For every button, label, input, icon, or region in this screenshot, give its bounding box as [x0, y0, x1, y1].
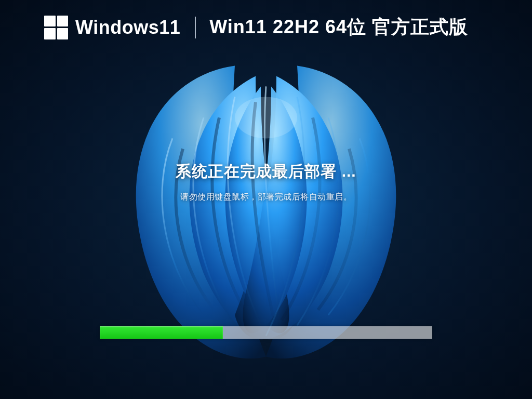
os-name-label: Windows11	[75, 17, 180, 38]
progress-fill	[100, 326, 223, 339]
progress-bar	[100, 326, 432, 339]
logo-group: Windows11	[44, 16, 180, 39]
status-main-text: 系统正在完成最后部署 ...	[0, 161, 532, 182]
windows-logo-icon	[44, 16, 68, 39]
status-block: 系统正在完成最后部署 ... 请勿使用键盘鼠标，部署完成后将自动重启。	[0, 161, 532, 203]
header-divider	[195, 17, 196, 38]
status-sub-text: 请勿使用键盘鼠标，部署完成后将自动重启。	[0, 192, 532, 203]
version-title-label: Win11 22H2 64位 官方正式版	[209, 15, 468, 40]
svg-point-0	[235, 97, 297, 138]
header: Windows11 Win11 22H2 64位 官方正式版	[44, 15, 501, 40]
windows-bloom-background	[105, 45, 427, 367]
